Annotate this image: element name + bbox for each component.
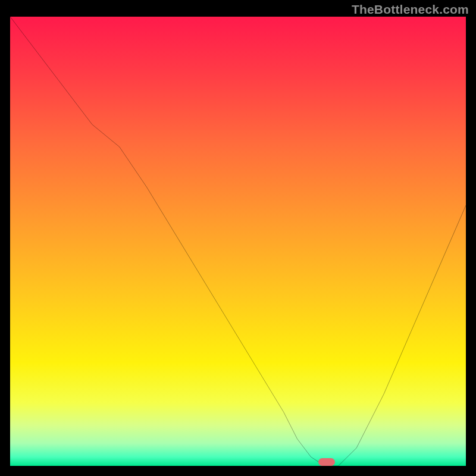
chart-frame: TheBottleneck.com — [0, 0, 476, 476]
plot-area — [10, 17, 466, 466]
bottleneck-curve — [10, 17, 466, 466]
watermark-text: TheBottleneck.com — [352, 2, 469, 17]
optimum-marker — [318, 458, 335, 466]
